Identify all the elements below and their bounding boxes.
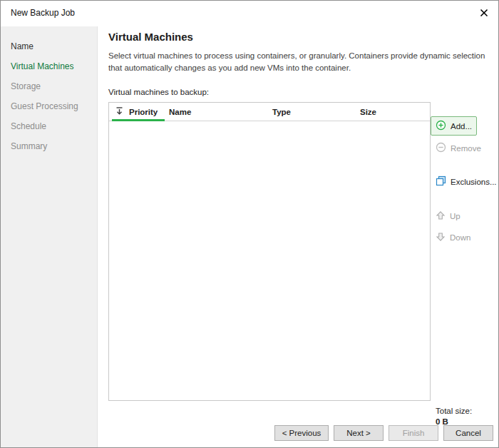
- exclusions-button-label: Exclusions...: [451, 178, 497, 186]
- down-button[interactable]: Down: [431, 228, 475, 247]
- sidebar-item-label: Summary: [11, 141, 47, 151]
- arrow-down-icon: [436, 232, 446, 243]
- wizard-steps-sidebar: Name Virtual Machines Storage Guest Proc…: [1, 26, 98, 447]
- next-button[interactable]: Next >: [334, 425, 384, 441]
- spacer: [431, 161, 499, 172]
- column-header-name[interactable]: Name: [169, 108, 272, 116]
- total-size-label: Total size:: [436, 407, 472, 415]
- vm-table: Priority Name Type Size: [108, 102, 431, 401]
- total-size: Total size: 0 B: [436, 407, 472, 426]
- minus-circle-icon: [436, 142, 446, 154]
- new-backup-job-dialog: New Backup Job Name Virtual Machines Sto…: [0, 0, 499, 448]
- close-icon: [480, 7, 488, 20]
- remove-button-label: Remove: [451, 144, 481, 153]
- close-button[interactable]: [477, 6, 491, 21]
- sort-descending-icon: [115, 106, 124, 117]
- vm-list-label: Virtual machines to backup:: [108, 88, 209, 96]
- priority-sort-header[interactable]: [109, 106, 129, 117]
- remove-button[interactable]: Remove: [431, 138, 486, 158]
- sidebar-item-label: Schedule: [11, 121, 46, 131]
- step-description: Select virtual machines to process using…: [108, 50, 493, 75]
- exclusions-button[interactable]: Exclusions...: [431, 172, 499, 191]
- page-title: Virtual Machines: [108, 31, 193, 43]
- sidebar-item-label: Name: [11, 41, 34, 51]
- spacer: [431, 194, 499, 207]
- sidebar-item-storage[interactable]: Storage: [1, 76, 97, 96]
- finish-button[interactable]: Finish: [389, 425, 438, 441]
- vm-table-body-empty: [109, 121, 430, 400]
- sidebar-item-summary[interactable]: Summary: [1, 136, 97, 156]
- window-title: New Backup Job: [11, 8, 75, 18]
- column-header-type[interactable]: Type: [272, 108, 360, 116]
- add-button-label: Add...: [451, 122, 472, 131]
- sidebar-item-label: Virtual Machines: [11, 61, 74, 71]
- sidebar-item-label: Storage: [11, 81, 41, 91]
- sidebar-item-guest-processing[interactable]: Guest Processing: [1, 96, 97, 116]
- sidebar-item-name[interactable]: Name: [1, 36, 97, 56]
- column-header-size[interactable]: Size: [360, 108, 430, 116]
- main-content: Virtual Machines Select virtual machines…: [98, 26, 498, 447]
- plus-circle-icon: [436, 120, 446, 132]
- up-button-label: Up: [450, 212, 461, 220]
- arrow-up-icon: [436, 210, 446, 222]
- cancel-button[interactable]: Cancel: [443, 425, 493, 441]
- column-header-priority[interactable]: Priority: [129, 108, 169, 116]
- previous-button[interactable]: < Previous: [274, 425, 329, 441]
- sidebar-item-label: Guest Processing: [11, 101, 78, 111]
- add-button[interactable]: Add...: [431, 116, 477, 136]
- vm-actions: Add... Remove E: [431, 116, 499, 250]
- sidebar-item-virtual-machines[interactable]: Virtual Machines: [1, 56, 97, 76]
- up-button[interactable]: Up: [431, 207, 465, 225]
- down-button-label: Down: [450, 233, 470, 242]
- wizard-footer: < Previous Next > Finish Cancel: [274, 425, 493, 441]
- vm-table-header: Priority Name Type Size: [109, 103, 430, 121]
- overlapping-pages-icon: [436, 175, 446, 188]
- titlebar: New Backup Job: [1, 1, 498, 26]
- sidebar-item-schedule[interactable]: Schedule: [1, 116, 97, 136]
